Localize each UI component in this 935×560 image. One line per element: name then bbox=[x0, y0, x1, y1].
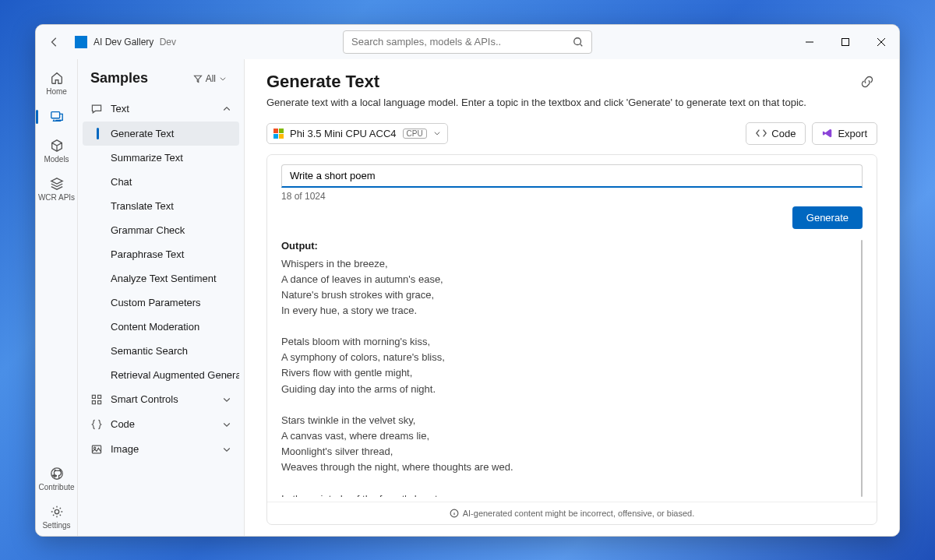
export-button[interactable]: Export bbox=[812, 122, 877, 145]
rail-label: Models bbox=[44, 155, 69, 164]
code-label: Code bbox=[771, 128, 796, 139]
category-smart-controls[interactable]: Smart Controls bbox=[83, 387, 239, 412]
filter-button[interactable]: All bbox=[189, 70, 231, 87]
char-count: 18 of 1024 bbox=[281, 191, 863, 202]
chevron-down-icon bbox=[433, 129, 441, 137]
samples-icon bbox=[49, 108, 65, 124]
svg-rect-8 bbox=[98, 400, 101, 403]
vs-icon bbox=[822, 128, 833, 139]
rail-label: WCR APIs bbox=[38, 193, 75, 202]
category-label: Text bbox=[111, 103, 129, 114]
nav-item-grammar-check[interactable]: Grammar Check bbox=[83, 218, 239, 242]
nav-item-label: Custom Parameters bbox=[111, 297, 201, 308]
search-input[interactable] bbox=[351, 36, 573, 48]
svg-rect-6 bbox=[98, 395, 101, 398]
app-body: Home Models WCR APIs Contribute Setti bbox=[36, 59, 899, 536]
page-title: Generate Text bbox=[266, 72, 379, 92]
chevron-down-icon bbox=[222, 420, 231, 429]
nav-item-analyze-sentiment[interactable]: Analyze Text Sentiment bbox=[83, 266, 239, 291]
app-title-text: AI Dev Gallery bbox=[94, 37, 153, 48]
search-icon bbox=[573, 37, 584, 48]
nav-item-label: Chat bbox=[111, 176, 132, 188]
model-name: Phi 3.5 Mini CPU ACC4 bbox=[290, 128, 397, 139]
main-content: Generate Text Generate text with a local… bbox=[245, 59, 899, 536]
arrow-left-icon bbox=[49, 37, 60, 48]
layers-icon bbox=[49, 176, 65, 192]
sidebar: Samples All Text Generate Text Summarize… bbox=[78, 59, 245, 536]
rail-label: Contribute bbox=[38, 483, 74, 491]
chevron-down-icon bbox=[222, 445, 231, 454]
sample-panel: 18 of 1024 Generate Output: Whispers in … bbox=[266, 154, 877, 525]
home-icon bbox=[49, 70, 65, 86]
category-text[interactable]: Text bbox=[83, 97, 239, 122]
maximize-button[interactable] bbox=[827, 25, 863, 59]
sidebar-title: Samples bbox=[90, 70, 148, 86]
svg-rect-1 bbox=[842, 38, 849, 45]
prompt-input[interactable] bbox=[281, 164, 863, 188]
search-bar[interactable] bbox=[343, 30, 592, 54]
app-icon bbox=[75, 36, 87, 48]
filter-icon bbox=[193, 74, 203, 83]
nav-rail: Home Models WCR APIs Contribute Setti bbox=[36, 59, 78, 536]
nav-item-label: Retrieval Augmented Genera bbox=[111, 369, 239, 381]
back-button[interactable] bbox=[41, 28, 69, 56]
page-description: Generate text with a local language mode… bbox=[266, 97, 877, 108]
filter-label: All bbox=[206, 73, 216, 84]
github-icon bbox=[49, 466, 65, 481]
model-selector[interactable]: Phi 3.5 Mini CPU ACC4 CPU bbox=[266, 123, 448, 144]
svg-rect-2 bbox=[51, 111, 59, 118]
grid-icon bbox=[90, 393, 103, 406]
scrollbar[interactable] bbox=[861, 240, 863, 497]
export-label: Export bbox=[838, 128, 867, 139]
image-icon bbox=[90, 443, 103, 456]
output-text: Whispers in the breeze, A dance of leave… bbox=[281, 256, 863, 497]
nav-item-generate-text[interactable]: Generate Text bbox=[83, 122, 239, 146]
microsoft-logo-icon bbox=[273, 129, 284, 139]
rail-item-wcr[interactable]: WCR APIs bbox=[36, 170, 78, 208]
svg-rect-5 bbox=[92, 395, 95, 398]
nav-item-summarize-text[interactable]: Summarize Text bbox=[83, 146, 239, 170]
rail-item-samples[interactable] bbox=[36, 102, 78, 132]
nav-item-semantic-search[interactable]: Semantic Search bbox=[83, 339, 239, 363]
nav-item-label: Semantic Search bbox=[111, 345, 188, 357]
disclaimer: AI-generated content might be incorrect,… bbox=[267, 502, 877, 524]
nav-item-rag[interactable]: Retrieval Augmented Genera bbox=[83, 363, 239, 387]
category-image[interactable]: Image bbox=[83, 437, 239, 462]
rail-item-home[interactable]: Home bbox=[36, 64, 78, 102]
nav-item-chat[interactable]: Chat bbox=[83, 170, 239, 194]
close-button[interactable] bbox=[863, 25, 899, 59]
chevron-down-icon bbox=[222, 395, 231, 404]
output-area[interactable]: Output: Whispers in the breeze, A dance … bbox=[281, 240, 863, 497]
nav-item-label: Summarize Text bbox=[111, 152, 183, 164]
minimize-button[interactable] bbox=[792, 25, 827, 59]
nav-item-label: Content Moderation bbox=[111, 321, 199, 333]
app-tag: Dev bbox=[160, 37, 176, 48]
app-title: AI Dev Gallery Dev bbox=[94, 37, 176, 48]
app-window: AI Dev Gallery Dev Home Model bbox=[35, 24, 900, 537]
svg-point-4 bbox=[55, 509, 58, 513]
gear-icon bbox=[49, 504, 65, 519]
rail-label: Home bbox=[46, 87, 67, 96]
rail-item-settings[interactable]: Settings bbox=[36, 498, 78, 536]
nav-item-content-moderation[interactable]: Content Moderation bbox=[83, 315, 239, 339]
braces-icon bbox=[90, 418, 103, 431]
generate-button[interactable]: Generate bbox=[792, 206, 863, 229]
rail-label: Settings bbox=[42, 521, 70, 530]
code-icon bbox=[756, 128, 767, 139]
svg-point-0 bbox=[574, 37, 581, 44]
nav-item-translate-text[interactable]: Translate Text bbox=[83, 194, 239, 218]
code-button[interactable]: Code bbox=[746, 122, 806, 145]
toolbar: Phi 3.5 Mini CPU ACC4 CPU Code Export bbox=[245, 116, 899, 151]
window-controls bbox=[792, 25, 899, 59]
sidebar-nav[interactable]: Text Generate Text Summarize Text Chat T… bbox=[78, 93, 244, 536]
nav-item-paraphrase-text[interactable]: Paraphrase Text bbox=[83, 242, 239, 266]
link-button[interactable] bbox=[857, 72, 877, 92]
models-icon bbox=[49, 138, 65, 153]
rail-item-models[interactable]: Models bbox=[36, 132, 78, 170]
nav-item-custom-parameters[interactable]: Custom Parameters bbox=[83, 291, 239, 315]
cpu-badge: CPU bbox=[403, 129, 427, 139]
disclaimer-text: AI-generated content might be incorrect,… bbox=[463, 509, 695, 518]
rail-item-contribute[interactable]: Contribute bbox=[36, 460, 78, 498]
titlebar: AI Dev Gallery Dev bbox=[36, 25, 899, 59]
category-code[interactable]: Code bbox=[83, 412, 239, 437]
